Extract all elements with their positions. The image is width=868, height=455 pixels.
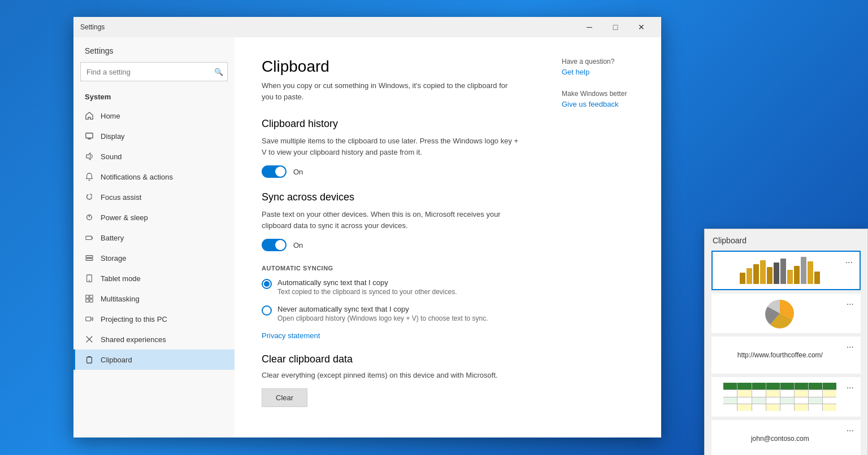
sync-toggle[interactable] xyxy=(262,239,287,251)
clipboard-history-toggle-row: On xyxy=(262,165,521,178)
sidebar-label-projecting: Projecting to this PC xyxy=(101,315,167,323)
focus-icon xyxy=(85,193,94,202)
svg-rect-15 xyxy=(90,299,93,302)
email-content: john@contoso.com xyxy=(716,425,844,453)
svg-rect-8 xyxy=(86,256,93,258)
sidebar-item-tablet[interactable]: Tablet mode xyxy=(73,268,235,288)
clear-button[interactable]: Clear xyxy=(262,388,307,407)
feedback-link[interactable]: Give us feedback xyxy=(562,100,648,108)
sidebar-label-battery: Battery xyxy=(101,234,124,242)
sidebar-item-sound[interactable]: Sound xyxy=(73,146,235,167)
display-icon xyxy=(85,132,94,141)
sidebar-label-clipboard: Clipboard xyxy=(101,356,132,364)
pie-chart-content xyxy=(716,298,844,329)
home-icon xyxy=(85,111,94,120)
radio-manual-title: Never automatically sync text that I cop… xyxy=(277,305,488,313)
close-button[interactable]: ✕ xyxy=(628,17,654,37)
sidebar-label-shared: Shared experiences xyxy=(101,335,166,344)
radio-manual-desc: Open clipboard history (Windows logo key… xyxy=(277,314,488,322)
svg-rect-12 xyxy=(86,295,89,298)
help-link[interactable]: Get help xyxy=(562,68,648,76)
main-content: Clipboard When you copy or cut something… xyxy=(235,37,548,438)
sidebar-label-display: Display xyxy=(101,132,125,141)
clipboard-history-desc: Save multiple items to the clipboard to … xyxy=(262,135,521,158)
sidebar-label-focus: Focus assist xyxy=(101,193,141,202)
clipboard-history-toggle[interactable] xyxy=(262,165,287,178)
radio-auto-desc: Text copied to the clipboard is synced t… xyxy=(277,288,457,296)
sidebar-item-shared[interactable]: Shared experiences xyxy=(73,329,235,349)
svg-rect-16 xyxy=(86,317,91,321)
sidebar-item-battery[interactable]: Battery xyxy=(73,228,235,248)
sidebar-label-storage: Storage xyxy=(101,254,127,262)
clip-item-email[interactable]: john@contoso.com ··· xyxy=(711,420,861,455)
sidebar-label-power: Power & sleep xyxy=(101,213,148,222)
sound-icon xyxy=(85,152,94,161)
page-title: Clipboard xyxy=(262,58,521,76)
privacy-link[interactable]: Privacy statement xyxy=(262,331,521,340)
window-body: Settings 🔍 System Home Display xyxy=(73,37,661,438)
sidebar-item-notifications[interactable]: Notifications & actions xyxy=(73,167,235,187)
svg-rect-0 xyxy=(86,133,93,138)
window-title: Settings xyxy=(80,23,576,31)
clipboard-popup-title: Clipboard xyxy=(711,236,861,245)
right-panel: Have a question? Get help Make Windows b… xyxy=(548,37,661,438)
projecting-icon xyxy=(85,314,94,323)
radio-manual[interactable] xyxy=(262,305,272,316)
clear-title: Clear clipboard data xyxy=(262,353,521,365)
window-controls: ─ □ ✕ xyxy=(576,17,654,37)
clip-more-btn-3[interactable]: ··· xyxy=(844,341,856,353)
sidebar-label-tablet: Tablet mode xyxy=(101,274,141,283)
bar-chart xyxy=(740,257,820,284)
email-text: john@contoso.com xyxy=(751,435,809,443)
clipboard-popup: Clipboard ··· xyxy=(704,229,868,455)
sidebar-item-multitasking[interactable]: Multitasking xyxy=(73,288,235,309)
clip-item-link[interactable]: http://www.fourthcoffee.com/ ··· xyxy=(711,336,861,374)
auto-sync-label: Automatic syncing xyxy=(262,265,521,272)
clip-more-btn-1[interactable]: ··· xyxy=(843,256,855,269)
radio-auto[interactable] xyxy=(262,279,272,289)
pie-chart-svg xyxy=(765,298,795,329)
storage-icon xyxy=(85,253,94,262)
clip-item-chart[interactable]: ··· xyxy=(711,251,861,290)
sidebar: Settings 🔍 System Home Display xyxy=(73,37,235,438)
battery-icon xyxy=(85,233,94,242)
sidebar-item-storage[interactable]: Storage xyxy=(73,248,235,268)
clip-more-btn-5[interactable]: ··· xyxy=(844,425,856,437)
svg-rect-9 xyxy=(86,259,93,261)
clip-more-btn-2[interactable]: ··· xyxy=(844,298,856,310)
sync-toggle-row: On xyxy=(262,239,521,251)
sidebar-label-home: Home xyxy=(101,112,120,120)
sidebar-item-clipboard[interactable]: Clipboard xyxy=(73,349,235,370)
svg-rect-7 xyxy=(92,237,93,239)
sidebar-label-multitasking: Multitasking xyxy=(101,295,140,303)
power-icon xyxy=(85,213,94,222)
clip-item-pie[interactable]: ··· xyxy=(711,294,861,333)
radio-auto-title: Automatically sync text that I copy xyxy=(277,278,457,287)
spreadsheet-content xyxy=(716,383,844,411)
svg-rect-13 xyxy=(90,295,93,298)
maximize-button[interactable]: □ xyxy=(602,17,628,37)
notifications-icon xyxy=(85,172,94,181)
settings-window: Settings ─ □ ✕ Settings 🔍 System Home xyxy=(73,17,661,438)
sidebar-item-power[interactable]: Power & sleep xyxy=(73,207,235,228)
sidebar-item-focus[interactable]: Focus assist xyxy=(73,187,235,207)
multitasking-icon xyxy=(85,294,94,303)
tablet-icon xyxy=(85,274,94,283)
search-icon: 🔍 xyxy=(214,68,223,76)
radio-option-auto[interactable]: Automatically sync text that I copy Text… xyxy=(262,278,521,296)
sidebar-item-projecting[interactable]: Projecting to this PC xyxy=(73,309,235,329)
minimize-button[interactable]: ─ xyxy=(576,17,602,37)
clip-more-btn-4[interactable]: ··· xyxy=(844,382,856,394)
sidebar-app-title: Settings xyxy=(73,46,235,62)
link-content: http://www.fourthcoffee.com/ xyxy=(716,341,844,369)
sidebar-item-home[interactable]: Home xyxy=(73,106,235,126)
clip-item-spreadsheet[interactable]: ··· xyxy=(711,377,861,417)
search-input[interactable] xyxy=(80,62,228,81)
sync-title: Sync across devices xyxy=(262,191,521,203)
sync-desc: Paste text on your other devices. When t… xyxy=(262,209,521,231)
bar-chart-content xyxy=(717,256,843,285)
svg-rect-14 xyxy=(86,299,89,302)
sidebar-label-sound: Sound xyxy=(101,152,122,161)
sidebar-item-display[interactable]: Display xyxy=(73,126,235,146)
radio-option-manual[interactable]: Never automatically sync text that I cop… xyxy=(262,305,521,322)
